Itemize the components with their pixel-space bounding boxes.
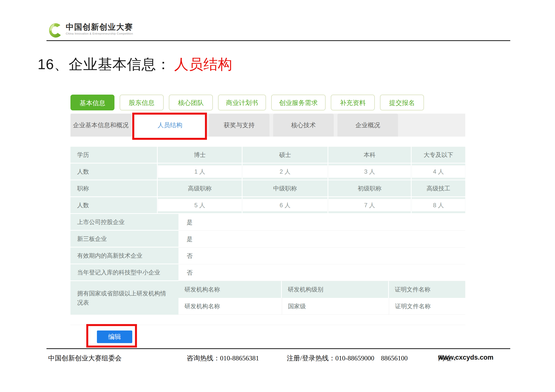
rd-header-name: 研发机构名称	[178, 281, 281, 298]
tab-business-plan[interactable]: 商业计划书	[218, 95, 266, 110]
education-count-label: 人数	[70, 164, 157, 180]
footer-organizer: 中国创新创业大赛组委会	[48, 354, 122, 363]
footer: 中国创新创业大赛组委会 咨询热线：010-88656381 注册/登录热线：01…	[0, 354, 555, 364]
college-count-field[interactable]: 4 人	[412, 165, 465, 178]
footer-register-hotline: 注册/登录热线：010-88659000 88656100	[287, 354, 408, 363]
footer-divider	[46, 348, 510, 349]
rd-value-name: 研发机构名称	[178, 298, 282, 315]
subtab-company-basic-info[interactable]: 企业基本信息和概况	[70, 114, 131, 137]
rd-header-certificate: 证明文件名称	[389, 281, 465, 298]
junior-count-field[interactable]: 7 人	[328, 199, 411, 211]
flag-value-listed-company: 是	[178, 214, 465, 231]
tab-submit-registration[interactable]: 提交报名	[380, 95, 424, 110]
flag-value-sme-registered: 否	[178, 264, 465, 281]
flag-value-hightech-enterprise: 否	[178, 248, 465, 264]
title-col-senior: 高级职称	[158, 180, 242, 196]
flag-value-neeq-company: 是	[178, 231, 465, 248]
edit-button[interactable]: 编辑	[97, 330, 132, 343]
education-count-row: 人数 1 人 2 人 3 人 4 人	[70, 164, 465, 180]
main-tabs: 基本信息 股东信息 核心团队 商业计划书 创业服务需求 补充资料 提交报名	[70, 95, 465, 110]
flag-row-sme-registered: 当年登记入库的科技型中小企业 否	[70, 264, 465, 281]
rd-value-level: 国家级	[282, 298, 389, 315]
footer-hotline: 咨询热线：010-88656381	[187, 354, 259, 363]
rd-section-label: 拥有国家或省部级以上研发机构情况表	[70, 281, 178, 315]
tab-basic-info[interactable]: 基本信息	[70, 95, 114, 110]
rd-sub-table: 研发机构名称 研发机构级别 证明文件名称 研发机构名称 国家级 证明文件名称	[178, 281, 465, 315]
flag-label-hightech-enterprise: 有效期内的高新技术企业	[70, 248, 178, 264]
rd-header-row: 研发机构名称 研发机构级别 证明文件名称	[178, 281, 465, 298]
tab-supplementary-material[interactable]: 补充资料	[331, 95, 375, 110]
sub-tabs: 企业基本信息和概况 人员结构 获奖与支持 核心技术 企业概况	[70, 114, 465, 137]
doctor-count-field[interactable]: 1 人	[158, 165, 242, 178]
title-label: 职称	[70, 180, 157, 196]
flag-label-sme-registered: 当年登记入库的科技型中小企业	[70, 264, 178, 281]
flag-row-neeq-company: 新三板企业 是	[70, 231, 465, 248]
tab-service-needs[interactable]: 创业服务需求	[271, 95, 326, 110]
logo-subtitle: China Innovation & Entrepreneurship Comp…	[66, 32, 133, 35]
logo: 中国创新创业大赛 China Innovation & Entrepreneur…	[47, 22, 133, 40]
slide-title: 16、企业基本信息：人员结构	[38, 55, 233, 74]
slide-title-highlight: 人员结构	[174, 56, 233, 72]
education-header-row: 学历 博士 硕士 本科 大专及以下	[70, 147, 465, 163]
subtab-personnel-structure[interactable]: 人员结构	[135, 114, 205, 137]
senior-count-field[interactable]: 5 人	[158, 199, 242, 211]
education-col-college: 大专及以下	[412, 147, 465, 163]
subtab-company-overview[interactable]: 企业概况	[337, 114, 398, 137]
education-col-bachelor: 本科	[328, 147, 411, 163]
rd-header-level: 研发机构级别	[282, 281, 388, 298]
personnel-table: 学历 博士 硕士 本科 大专及以下 人数 1 人 2 人 3 人 4 人 职称 …	[70, 147, 465, 325]
title-count-row: 人数 5 人 6 人 7 人 8 人	[70, 197, 465, 213]
tab-shareholder-info[interactable]: 股东信息	[120, 95, 164, 110]
education-col-master: 硕士	[243, 147, 328, 163]
flag-label-listed-company: 上市公司控股企业	[70, 214, 178, 231]
master-count-field[interactable]: 2 人	[243, 165, 328, 178]
flag-row-listed-company: 上市公司控股企业 是	[70, 214, 465, 231]
title-col-intermediate: 中级职称	[243, 180, 328, 196]
subtab-core-technology[interactable]: 核心技术	[273, 114, 334, 137]
title-header-row: 职称 高级职称 中级职称 初级职称 高级技工	[70, 180, 465, 196]
slide-page: 中国创新创业大赛 China Innovation & Entrepreneur…	[0, 0, 555, 392]
logo-title: 中国创新创业大赛	[66, 22, 133, 32]
education-col-doctor: 博士	[158, 147, 242, 163]
title-col-technician: 高级技工	[412, 180, 465, 196]
slide-title-prefix: 16、企业基本信息：	[38, 56, 171, 72]
bachelor-count-field[interactable]: 3 人	[328, 165, 411, 178]
title-col-junior: 初级职称	[328, 180, 411, 196]
rd-institution-section: 拥有国家或省部级以上研发机构情况表 研发机构名称 研发机构级别 证明文件名称 研…	[70, 281, 465, 315]
header-divider	[46, 40, 510, 41]
panel-bottom-divider	[70, 325, 465, 325]
rd-value-certificate: 证明文件名称	[389, 298, 465, 315]
intermediate-count-field[interactable]: 6 人	[243, 199, 328, 211]
title-count-label: 人数	[70, 197, 157, 213]
subtab-awards-support[interactable]: 获奖与支持	[209, 114, 269, 137]
technician-count-field[interactable]: 8 人	[412, 199, 465, 211]
flag-row-hightech-enterprise: 有效期内的高新技术企业 否	[70, 248, 465, 264]
tab-core-team[interactable]: 核心团队	[169, 95, 213, 110]
footer-website-url[interactable]: www.cxcyds.com	[438, 354, 493, 361]
flag-label-neeq-company: 新三板企业	[70, 231, 178, 248]
competition-logo-icon	[47, 22, 63, 40]
rd-data-row: 研发机构名称 国家级 证明文件名称	[178, 298, 465, 315]
application-form-panel: 基本信息 股东信息 核心团队 商业计划书 创业服务需求 补充资料 提交报名 企业…	[70, 95, 465, 325]
education-label: 学历	[70, 147, 157, 163]
